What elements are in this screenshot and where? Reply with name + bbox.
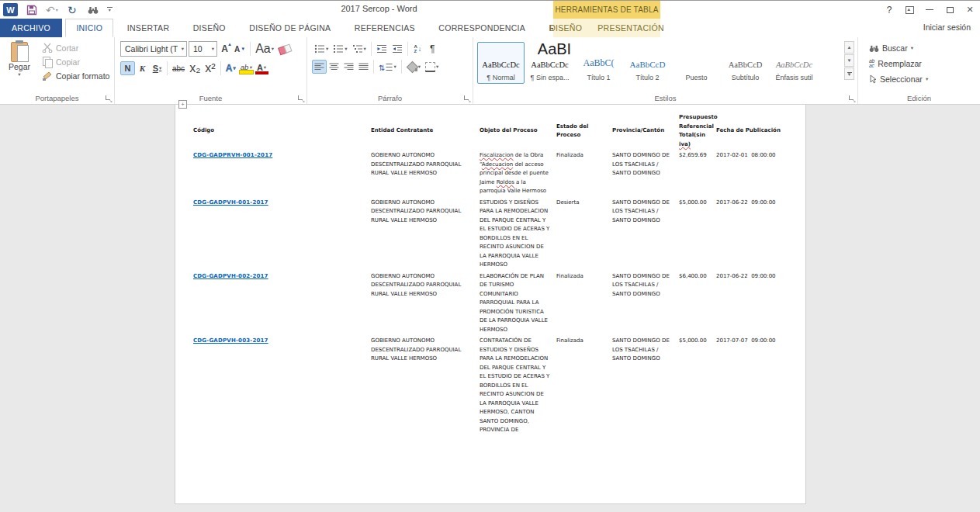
sort-az-icon: AZ: [414, 44, 417, 54]
style-name: Subtítulo: [732, 74, 760, 81]
borders-button[interactable]: [423, 60, 441, 74]
styles-gallery-more-icon[interactable]: ▼: [844, 67, 854, 80]
find-button[interactable]: Buscar: [869, 40, 980, 56]
tab-insertar[interactable]: INSERTAR: [117, 19, 180, 37]
styles-scroll-down-icon[interactable]: ▼: [844, 54, 854, 67]
font-family-combobox[interactable]: Calibri Light (T: [120, 41, 187, 57]
align-center-button[interactable]: [327, 60, 341, 74]
cell-fecha: 2017-02-01 08:00:00: [716, 151, 802, 199]
procurement-table: Código Entidad Contratante Objeto del Pr…: [193, 111, 802, 438]
font-size-combobox[interactable]: 10: [189, 41, 217, 57]
table-row: CDG-GADPVH-002-2017 GOBIERNO AUTONOMO DE…: [193, 272, 802, 337]
cell-estado: Desierta: [556, 199, 612, 272]
paste-button[interactable]: Pegar: [5, 40, 34, 82]
grow-font-button[interactable]: A▲: [217, 42, 232, 56]
line-spacing-button[interactable]: [376, 60, 399, 74]
style-puesto[interactable]: AaBI Puesto: [673, 42, 720, 84]
tab-referencias[interactable]: REFERENCIAS: [345, 19, 425, 37]
find-quick-button[interactable]: [86, 3, 100, 17]
style-titulo-2[interactable]: AaBbCcD Título 2: [624, 42, 671, 84]
dialog-launcher-parrafo-icon[interactable]: [463, 95, 470, 102]
tab-correspondencia[interactable]: CORRESPONDENCIA: [428, 19, 535, 37]
bullets-button[interactable]: [312, 42, 331, 56]
table-move-handle-icon[interactable]: [178, 100, 187, 109]
dialog-launcher-portapapeles-icon[interactable]: [105, 95, 112, 102]
style-enfasis-sutil[interactable]: AaBbCcDc Énfasis sutil: [770, 42, 818, 84]
superscript-button[interactable]: x²: [203, 61, 217, 75]
save-icon[interactable]: [25, 3, 39, 17]
strikethrough-button[interactable]: abc: [170, 61, 187, 75]
styles-scroll-up-icon[interactable]: ▲: [844, 41, 854, 54]
replace-button[interactable]: abac Reemplazar: [869, 56, 980, 71]
style-normal[interactable]: AaBbCcDc ¶ Normal: [477, 42, 525, 84]
align-left-button[interactable]: [312, 60, 327, 74]
select-label: Seleccionar: [880, 74, 923, 84]
decrease-indent-button[interactable]: [374, 42, 390, 56]
font-color-button[interactable]: A: [255, 61, 269, 75]
text-effects-glyph: A: [226, 63, 233, 74]
titlebar: 2017 Sercop - Word HERRAMIENTAS DE TABLA: [0, 1, 980, 19]
style-name: Título 1: [587, 74, 610, 81]
table-tools-contextual-header: HERRAMIENTAS DE TABLA: [553, 1, 660, 19]
minimize-icon[interactable]: [919, 2, 940, 18]
cell-presupuesto: $5,000.00: [679, 199, 716, 272]
subscript-button[interactable]: x₂: [187, 61, 203, 75]
font-size-value: 10: [193, 44, 203, 54]
cell-objeto: CONTRATACIÓN DE ESTUDIOS Y DISEÑOS PARA …: [480, 337, 556, 438]
shrink-font-button[interactable]: A▼: [232, 42, 248, 56]
italic-button[interactable]: K: [135, 61, 150, 75]
table-row: CDG-GADPVH-003-2017 GOBIERNO AUTONOMO DE…: [193, 337, 802, 438]
clipboard-icon: [11, 42, 28, 62]
style-titulo-1[interactable]: AaBbC( Título 1: [575, 42, 622, 84]
codigo-link[interactable]: CDG-GADPRVH-001-2017: [193, 152, 272, 158]
help-icon[interactable]: [879, 2, 899, 18]
tab-inicio[interactable]: INICIO: [65, 19, 113, 37]
format-painter-button[interactable]: Copiar formato: [39, 69, 113, 82]
qat-customize-button[interactable]: [107, 7, 113, 12]
show-paragraph-marks-button[interactable]: ¶: [425, 42, 440, 56]
group-label-edicion: Edición: [858, 94, 980, 102]
change-case-button[interactable]: Aa: [253, 42, 276, 56]
tab-archivo[interactable]: ARCHIVO: [0, 19, 62, 37]
tab-diseno[interactable]: DISEÑO: [183, 19, 236, 37]
underline-button[interactable]: S: [150, 61, 164, 75]
codigo-link[interactable]: CDG-GADPVH-001-2017: [193, 199, 268, 206]
select-button[interactable]: Seleccionar: [869, 71, 980, 87]
codigo-link[interactable]: CDG-GADPVH-003-2017: [193, 337, 268, 344]
cut-button[interactable]: Cortar: [39, 41, 113, 54]
increase-indent-button[interactable]: [390, 42, 405, 56]
sign-in-link[interactable]: Iniciar sesión: [923, 22, 971, 32]
tab-tabla-presentacion[interactable]: PRESENTACIÓN: [591, 19, 670, 37]
justify-button[interactable]: [356, 60, 371, 74]
style-sample: AaBbCcDc: [776, 61, 812, 69]
document-page[interactable]: Código Entidad Contratante Objeto del Pr…: [175, 105, 806, 504]
shading-button[interactable]: [404, 60, 423, 74]
text-effects-button[interactable]: A: [223, 61, 238, 75]
sort-button[interactable]: AZ↓: [410, 42, 425, 56]
decrease-indent-icon: [376, 44, 387, 54]
align-right-button[interactable]: [341, 60, 356, 74]
bold-button[interactable]: N: [120, 61, 135, 75]
text-highlight-button[interactable]: ab: [238, 61, 255, 75]
redo-button[interactable]: [65, 3, 79, 17]
style-subtitulo[interactable]: AaBbCcD Subtítulo: [722, 42, 769, 84]
bold-glyph: N: [125, 64, 131, 73]
numbering-button[interactable]: [331, 42, 349, 56]
multilevel-list-button[interactable]: [350, 42, 369, 56]
clear-formatting-button[interactable]: [276, 42, 293, 56]
close-icon[interactable]: [960, 2, 980, 18]
undo-button[interactable]: [46, 3, 58, 17]
eraser-icon: [277, 43, 292, 56]
restore-icon[interactable]: [940, 2, 960, 18]
dialog-launcher-fuente-icon[interactable]: [297, 95, 304, 102]
style-sin-espaciado[interactable]: AaBbCcDc ¶ Sin espa...: [526, 42, 573, 84]
codigo-link[interactable]: CDG-GADPVH-002-2017: [193, 273, 268, 279]
paste-label: Pegar: [9, 62, 30, 71]
tab-diseno-de-pagina[interactable]: DISEÑO DE PÁGINA: [239, 19, 341, 37]
style-sample: AaBbC(: [583, 57, 615, 69]
ribbon-display-options-icon[interactable]: [899, 2, 919, 18]
copy-button[interactable]: Copiar: [39, 55, 113, 68]
tab-tabla-diseno[interactable]: DISEÑO: [543, 19, 588, 37]
dialog-launcher-estilos-icon[interactable]: [848, 95, 855, 102]
table-row: CDG-GADPRVH-001-2017 GOBIERNO AUTONOMO D…: [193, 151, 802, 199]
